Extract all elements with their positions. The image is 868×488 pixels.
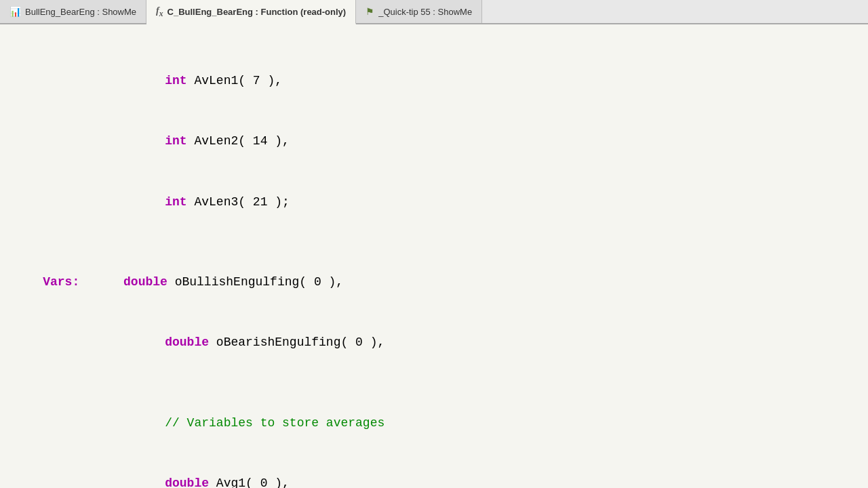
keyword: int bbox=[165, 74, 186, 87]
code-text: AvLen1( 7 ), bbox=[187, 74, 282, 87]
code-text: oBearishEngulfing( 0 ), bbox=[209, 336, 384, 349]
chart-icon: 📊 bbox=[9, 6, 21, 17]
tab-quicktip-showme[interactable]: ⚑ _Quick-tip 55 : ShowMe bbox=[356, 0, 482, 23]
code-line: double oBearishEngulfing( 0 ), bbox=[14, 313, 854, 373]
tab-bulleareng-showme[interactable]: 📊 BullEng_BearEng : ShowMe bbox=[0, 0, 146, 23]
code-line: int AvLen1( 7 ), bbox=[14, 52, 854, 112]
code-text bbox=[79, 275, 123, 289]
keyword: Vars: bbox=[43, 275, 79, 289]
code-editor[interactable]: int AvLen1( 7 ), int AvLen2( 14 ), int A… bbox=[0, 24, 868, 488]
comment: // Variables to store averages bbox=[165, 416, 384, 430]
fx-icon: fx bbox=[156, 5, 163, 18]
code-text: Avg1( 0 ), bbox=[209, 476, 290, 488]
tab-cbulleareng-function[interactable]: fx C_BullEng_BearEng : Function (read-on… bbox=[146, 0, 356, 24]
code-line: int AvLen3( 21 ); bbox=[14, 172, 854, 232]
keyword: double bbox=[123, 275, 167, 289]
code-line bbox=[14, 232, 854, 253]
code-text: oBullishEngulfing( 0 ), bbox=[167, 275, 343, 289]
code-line: double Avg1( 0 ), bbox=[14, 453, 854, 488]
tab-label-1: BullEng_BearEng : ShowMe bbox=[25, 7, 136, 17]
tab-label-3: _Quick-tip 55 : ShowMe bbox=[378, 7, 472, 17]
code-line: int AvLen2( 14 ), bbox=[14, 112, 854, 172]
code-text: AvLen3( 21 ); bbox=[187, 195, 290, 209]
flag-icon: ⚑ bbox=[366, 6, 374, 17]
tab-bar: 📊 BullEng_BearEng : ShowMe fx C_BullEng_… bbox=[0, 0, 868, 24]
keyword: int bbox=[165, 134, 186, 148]
keyword: double bbox=[165, 336, 209, 349]
code-text: AvLen2( 14 ), bbox=[187, 134, 290, 148]
keyword: double bbox=[165, 476, 209, 488]
tab-label-2: C_BullEng_BearEng : Function (read-only) bbox=[167, 7, 347, 17]
code-line: Vars: double oBullishEngulfing( 0 ), bbox=[14, 253, 854, 313]
code-line: // Variables to store averages bbox=[14, 393, 854, 453]
code-line bbox=[14, 31, 854, 52]
keyword: int bbox=[165, 195, 186, 209]
code-line bbox=[14, 373, 854, 394]
